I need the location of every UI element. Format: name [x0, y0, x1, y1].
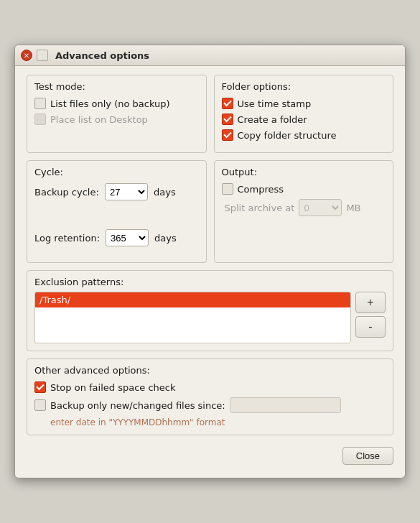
add-exclusion-button[interactable]: + [355, 292, 386, 313]
exclusion-buttons: + - [355, 292, 386, 343]
window-title: Advanced options [55, 50, 149, 61]
use-timestamp-checkbox[interactable] [222, 98, 233, 109]
exclusion-item-empty[interactable] [35, 307, 350, 312]
split-select: 0 [299, 199, 342, 216]
cycle-panel: Cycle: Backup cycle: 27 1 7 14 30 days L… [27, 160, 207, 263]
split-unit: MB [346, 203, 360, 213]
backup-since-input[interactable] [230, 397, 341, 413]
stop-on-space-row: Stop on failed space check [34, 381, 386, 393]
close-button[interactable]: Close [342, 447, 393, 465]
stop-on-space-label: Stop on failed space check [50, 382, 176, 393]
use-timestamp-label: Use time stamp [238, 98, 312, 109]
close-window-button[interactable]: ✕ [21, 50, 32, 61]
exclusion-list[interactable]: /Trash/ [34, 292, 351, 343]
compress-checkbox[interactable] [222, 183, 233, 195]
log-retention-row: Log retention: 365 30 90 180 days [34, 229, 199, 246]
output-label: Output: [222, 167, 386, 177]
create-folder-checkbox[interactable] [222, 114, 233, 125]
backup-since-label: Backup only new/changed files since: [50, 400, 225, 411]
test-mode-label: Test mode: [34, 81, 199, 92]
cycle-label: Cycle: [34, 167, 199, 177]
copy-structure-checkbox[interactable] [222, 129, 233, 141]
place-list-row: Place list on Desktop [34, 114, 199, 125]
footer: Close [27, 444, 393, 466]
output-panel: Output: Compress Split archive at 0 MB [214, 160, 394, 263]
log-retention-label: Log retention: [34, 233, 100, 244]
place-list-label: Place list on Desktop [50, 114, 148, 125]
backup-cycle-select[interactable]: 27 1 7 14 30 [105, 183, 148, 200]
date-hint: enter date in "YYYYMMDDhhmm" format [50, 417, 386, 427]
other-options-label: Other advanced options: [34, 365, 386, 376]
stop-on-space-checkbox[interactable] [34, 381, 46, 393]
test-mode-panel: Test mode: List files only (no backup) P… [27, 75, 207, 153]
minimize-button[interactable] [37, 50, 48, 61]
place-list-checkbox [34, 114, 46, 125]
exclusion-section: Exclusion patterns: /Trash/ + - [27, 270, 393, 351]
folder-options-label: Folder options: [222, 81, 386, 92]
backup-cycle-label: Backup cycle: [34, 187, 99, 198]
create-folder-row: Create a folder [222, 114, 386, 125]
copy-structure-row: Copy folder structure [222, 129, 386, 141]
list-files-checkbox[interactable] [34, 98, 46, 109]
copy-structure-label: Copy folder structure [238, 130, 337, 141]
exclusion-label: Exclusion patterns: [34, 277, 386, 287]
use-timestamp-row: Use time stamp [222, 98, 386, 109]
advanced-options-window: ✕ Advanced options Test mode: List files… [14, 45, 406, 478]
backup-since-row: Backup only new/changed files since: [34, 397, 386, 413]
list-files-row: List files only (no backup) [34, 98, 199, 109]
split-label: Split archive at [225, 203, 295, 213]
compress-row: Compress [222, 183, 386, 195]
log-retention-select[interactable]: 365 30 90 180 [106, 229, 149, 246]
exclusion-item-trash[interactable]: /Trash/ [35, 292, 350, 307]
create-folder-label: Create a folder [238, 114, 307, 125]
backup-cycle-unit: days [154, 187, 176, 198]
titlebar: ✕ Advanced options [15, 45, 405, 66]
log-retention-unit: days [154, 233, 177, 244]
backup-cycle-row: Backup cycle: 27 1 7 14 30 days [34, 183, 199, 200]
backup-since-checkbox[interactable] [34, 399, 46, 411]
folder-options-panel: Folder options: Use time stamp Create a … [214, 75, 394, 153]
remove-exclusion-button[interactable]: - [355, 316, 386, 338]
other-options-section: Other advanced options: Stop on failed s… [27, 358, 393, 435]
list-files-label: List files only (no backup) [50, 98, 170, 109]
compress-label: Compress [238, 184, 284, 195]
